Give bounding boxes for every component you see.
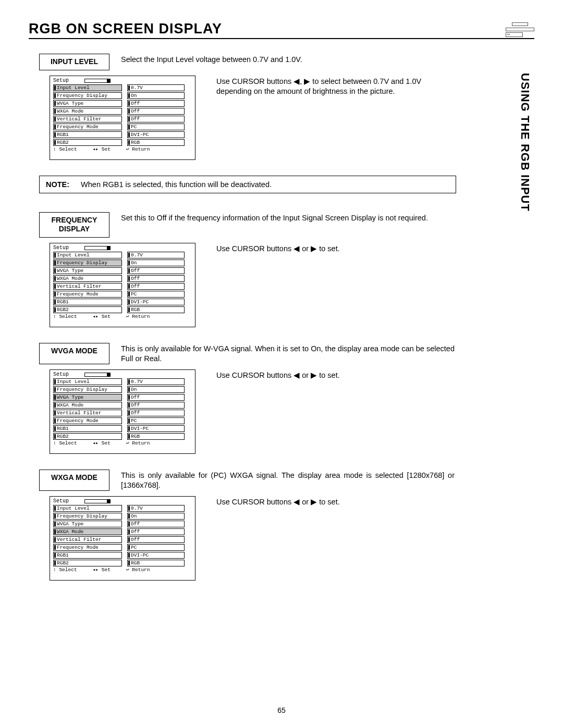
setup-row: Vertical FilterOff [53, 536, 192, 544]
setup-footer-return: ↩ Return [126, 567, 150, 573]
setup-row-label: Input Level [53, 84, 122, 92]
setup-row-value: Off [127, 283, 185, 290]
setup-row: RGB2RGB [53, 560, 192, 567]
setup-progress-icon [84, 79, 111, 83]
setup-row: RGB1DVI-PC [53, 425, 192, 433]
sections-host: INPUT LEVELSelect the Input Level voltag… [29, 54, 534, 581]
section-label: INPUT LEVEL [39, 54, 109, 70]
setup-footer-select: ↕ Select [53, 147, 77, 152]
setup-row: Input Level0.7V [53, 505, 192, 512]
setup-footer-return: ↩ Return [126, 441, 150, 446]
setup-row-label: WVGA Type [53, 267, 122, 275]
setup-row-label: Vertical Filter [53, 116, 122, 123]
setup-row-value: Off [127, 275, 185, 282]
setup-row-label: WXGA Mode [53, 108, 122, 115]
setup-row: WXGA ModeOff [53, 402, 192, 409]
section-instruction: Use CURSOR buttons ◀ or ▶ to set. [216, 243, 340, 327]
setup-row-value: PC [127, 291, 185, 298]
setup-row: Input Level0.7V [53, 378, 192, 386]
setup-row-label: RGB2 [53, 433, 122, 440]
section: WXGA MODEThis is only available for (PC)… [29, 470, 534, 581]
setup-row-value: 0.7V [127, 378, 185, 386]
setup-row-value: Off [127, 528, 185, 536]
setup-row-value: Off [127, 402, 185, 409]
setup-row-label: RGB1 [53, 131, 122, 139]
note-text: When RGB1 is selected, this function wil… [81, 180, 272, 189]
setup-row-value: Off [127, 410, 185, 417]
setup-row-value: 0.7V [127, 252, 185, 259]
title-row: RGB ON SCREEN DISPLAY [29, 21, 534, 39]
setup-row-label: WXGA Mode [53, 402, 122, 409]
setup-footer: ↕ Select◂▸ Set↩ Return [53, 567, 192, 573]
setup-menu: SetupInput Level0.7VFrequency DisplayOnW… [50, 76, 195, 160]
setup-row: RGB1DVI-PC [53, 552, 192, 559]
setup-row-label: Frequency Mode [53, 124, 122, 131]
setup-row-label: Input Level [53, 378, 122, 386]
setup-row: Input Level0.7V [53, 84, 192, 92]
setup-row-label: RGB1 [53, 299, 122, 306]
setup-row: Frequency ModePC [53, 544, 192, 551]
setup-heading: Setup [53, 78, 69, 83]
note-box: NOTE:When RGB1 is selected, this functio… [39, 176, 456, 193]
setup-footer: ↕ Select◂▸ Set↩ Return [53, 147, 192, 152]
setup-row-label: Vertical Filter [53, 410, 122, 417]
setup-row-label: Frequency Mode [53, 544, 122, 551]
setup-footer-select: ↕ Select [53, 314, 77, 319]
section-body: SetupInput Level0.7VFrequency DisplayOnW… [50, 243, 534, 327]
setup-row-value: Off [127, 394, 185, 401]
setup-footer-set: ◂▸ Set [93, 567, 111, 573]
setup-progress-icon [84, 246, 111, 250]
setup-row: Vertical FilterOff [53, 116, 192, 123]
section-label: WVGA MODE [39, 343, 109, 364]
setup-row-label: RGB1 [53, 425, 122, 433]
setup-row: RGB1DVI-PC [53, 131, 192, 139]
setup-row-value: RGB [127, 433, 185, 440]
section-label: WXGA MODE [39, 470, 109, 491]
setup-row-label: Frequency Mode [53, 417, 122, 425]
setup-menu: SetupInput Level0.7VFrequency DisplayOnW… [50, 369, 195, 454]
setup-row: WVGA TypeOff [53, 100, 192, 107]
setup-row-label: RGB2 [53, 306, 122, 314]
setup-heading: Setup [53, 245, 69, 251]
setup-row-label: RGB1 [53, 552, 122, 559]
section-body: SetupInput Level0.7VFrequency DisplayOnW… [50, 496, 534, 581]
manual-page: RGB ON SCREEN DISPLAY USING THE RGB INPU… [0, 0, 563, 728]
tv-icon [506, 22, 534, 37]
section-label: FREQUENCYDISPLAY [39, 212, 109, 238]
setup-row-label: Frequency Display [53, 386, 122, 393]
setup-footer-return: ↩ Return [126, 314, 150, 319]
setup-row: Input Level0.7V [53, 252, 192, 259]
setup-row: Frequency DisplayOn [53, 260, 192, 267]
setup-row-value: RGB [127, 306, 185, 314]
setup-row: Frequency ModePC [53, 417, 192, 425]
setup-row: WXGA ModeOff [53, 528, 192, 536]
setup-footer-return: ↩ Return [126, 147, 150, 152]
setup-row-value: DVI-PC [127, 299, 185, 306]
setup-footer-set: ◂▸ Set [93, 314, 111, 319]
side-tab: USING THE RGB INPUT [518, 73, 532, 212]
setup-row-label: WVGA Type [53, 521, 122, 528]
section-instruction: Use CURSOR buttons ◀ or ▶ to set. [216, 369, 340, 454]
setup-row-value: DVI-PC [127, 552, 185, 559]
setup-footer-set: ◂▸ Set [93, 441, 111, 446]
setup-row-value: PC [127, 417, 185, 425]
setup-row-value: On [127, 513, 185, 520]
setup-row-label: Input Level [53, 252, 122, 259]
setup-row: WVGA TypeOff [53, 394, 192, 401]
setup-row-value: PC [127, 544, 185, 551]
setup-row: Frequency DisplayOn [53, 92, 192, 100]
setup-row-label: RGB2 [53, 139, 122, 146]
setup-row-value: DVI-PC [127, 425, 185, 433]
section-instruction: Use CURSOR buttons ◀ or ▶ to set. [216, 496, 340, 581]
setup-row: Frequency DisplayOn [53, 513, 192, 520]
section-instruction: Use CURSOR buttons ◀, ▶ to select betwee… [216, 76, 446, 160]
setup-progress-icon [84, 373, 111, 377]
setup-row-label: WXGA Mode [53, 528, 122, 536]
setup-row-label: Frequency Display [53, 513, 122, 520]
section-description: This is only available for W-VGA signal.… [121, 343, 455, 364]
setup-row-value: On [127, 92, 185, 100]
page-title: RGB ON SCREEN DISPLAY [29, 21, 222, 37]
section-body: SetupInput Level0.7VFrequency DisplayOnW… [50, 369, 534, 454]
setup-progress-icon [84, 499, 111, 503]
setup-row-label: WXGA Mode [53, 275, 122, 282]
